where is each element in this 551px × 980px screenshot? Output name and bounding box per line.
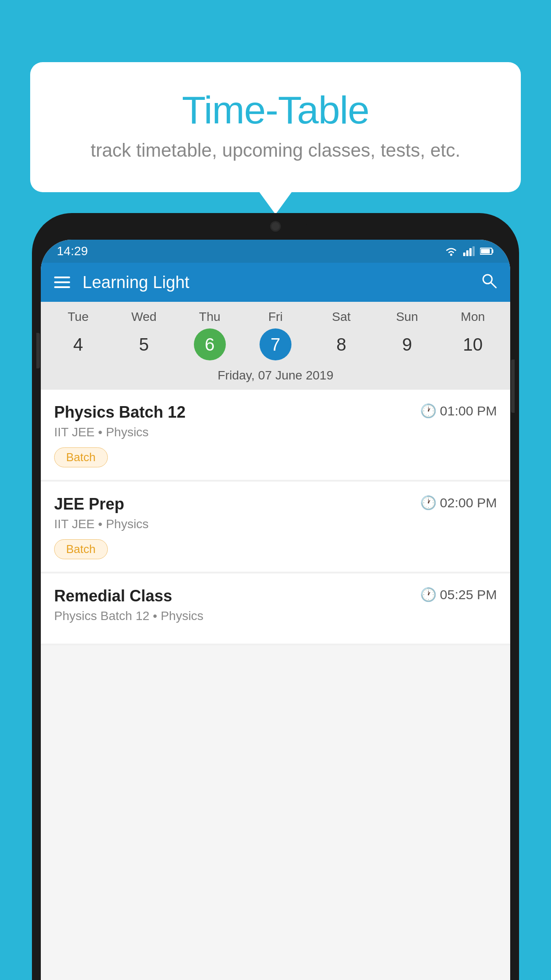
day-header-thu: Thu xyxy=(192,310,228,324)
day-header-fri: Fri xyxy=(258,310,293,324)
day-5[interactable]: 5 xyxy=(128,328,160,360)
svg-line-9 xyxy=(491,283,496,288)
schedule-title-1: Physics Batch 12 xyxy=(54,403,185,422)
schedule-item-physics-batch[interactable]: Physics Batch 12 🕐 01:00 PM IIT JEE • Ph… xyxy=(41,390,510,480)
selected-date-label: Friday, 07 June 2019 xyxy=(41,366,510,390)
status-bar: 14:29 xyxy=(41,240,510,263)
status-icons xyxy=(445,246,494,256)
day-numbers: 4 5 6 7 8 9 10 xyxy=(41,324,510,366)
day-header-sun: Sun xyxy=(390,310,425,324)
schedule-subtitle-2: IIT JEE • Physics xyxy=(54,517,497,531)
schedule-subtitle-3: Physics Batch 12 • Physics xyxy=(54,609,497,623)
phone-camera xyxy=(270,221,281,232)
day-header-wed: Wed xyxy=(126,310,161,324)
schedule-item-remedial[interactable]: Remedial Class 🕐 05:25 PM Physics Batch … xyxy=(41,573,510,644)
clock-icon-3: 🕐 xyxy=(420,587,437,602)
day-8[interactable]: 8 xyxy=(325,328,357,360)
schedule-item-jee-prep[interactable]: JEE Prep 🕐 02:00 PM IIT JEE • Physics Ba… xyxy=(41,482,510,572)
day-headers: Tue Wed Thu Fri Sat Sun Mon xyxy=(41,310,510,324)
clock-icon-2: 🕐 xyxy=(420,495,437,510)
app-bar: Learning Light xyxy=(41,263,510,302)
schedule-time-2: 🕐 02:00 PM xyxy=(420,495,497,510)
day-9[interactable]: 9 xyxy=(391,328,423,360)
search-button[interactable] xyxy=(481,273,497,292)
svg-rect-3 xyxy=(469,248,472,256)
day-header-sat: Sat xyxy=(323,310,359,324)
svg-rect-7 xyxy=(481,249,490,253)
battery-icon xyxy=(480,247,494,255)
batch-badge-2: Batch xyxy=(54,539,108,559)
status-time: 14:29 xyxy=(57,244,88,258)
calendar-header: Tue Wed Thu Fri Sat Sun Mon 4 5 6 7 8 9 … xyxy=(41,302,510,390)
day-4[interactable]: 4 xyxy=(62,328,94,360)
clock-icon-1: 🕐 xyxy=(420,403,437,419)
svg-rect-2 xyxy=(466,250,468,256)
signal-icon xyxy=(463,246,475,256)
svg-rect-6 xyxy=(492,249,493,253)
schedule-list: Physics Batch 12 🕐 01:00 PM IIT JEE • Ph… xyxy=(41,390,510,645)
phone-screen: 14:29 xyxy=(41,240,510,980)
schedule-title-3: Remedial Class xyxy=(54,587,172,605)
svg-point-0 xyxy=(450,254,453,256)
app-title: Learning Light xyxy=(83,273,481,292)
day-10[interactable]: 10 xyxy=(457,328,489,360)
hamburger-menu-button[interactable] xyxy=(54,277,70,288)
batch-badge-1: Batch xyxy=(54,447,108,467)
schedule-time-1: 🕐 01:00 PM xyxy=(420,403,497,419)
speech-bubble: Time-Table track timetable, upcoming cla… xyxy=(30,62,521,192)
day-6-today[interactable]: 6 xyxy=(194,328,226,360)
schedule-title-2: JEE Prep xyxy=(54,495,124,514)
day-7-selected[interactable]: 7 xyxy=(260,328,291,360)
day-header-tue: Tue xyxy=(60,310,96,324)
day-header-mon: Mon xyxy=(455,310,491,324)
svg-rect-4 xyxy=(472,246,475,256)
wifi-icon xyxy=(445,246,458,256)
phone-frame: 14:29 xyxy=(32,213,519,980)
bubble-subtitle: track timetable, upcoming classes, tests… xyxy=(52,140,499,161)
svg-rect-1 xyxy=(463,253,465,256)
schedule-time-3: 🕐 05:25 PM xyxy=(420,587,497,602)
schedule-subtitle-1: IIT JEE • Physics xyxy=(54,425,497,439)
bubble-title: Time-Table xyxy=(52,89,499,132)
